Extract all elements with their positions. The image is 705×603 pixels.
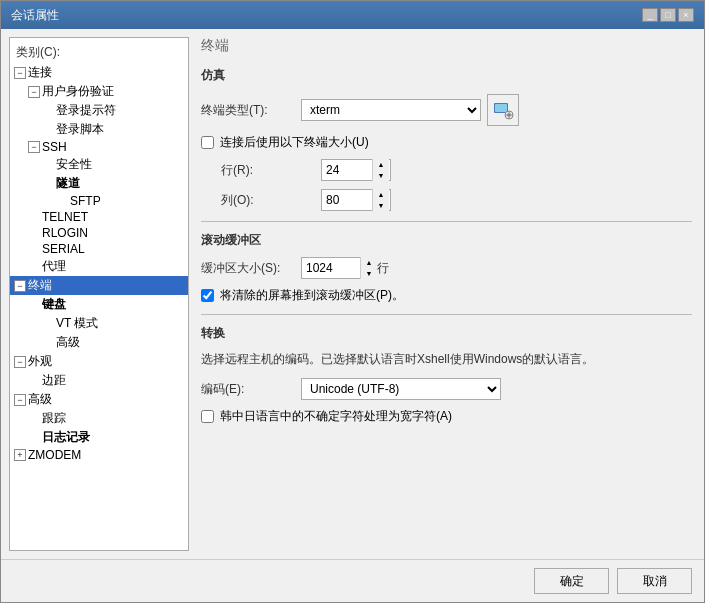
dialog-footer: 确定 取消 xyxy=(1,559,704,602)
maximize-button[interactable]: □ xyxy=(660,8,676,22)
tree-label-login-prompt: 登录提示符 xyxy=(56,102,116,119)
scroll-down-button[interactable]: ▼ xyxy=(361,268,377,279)
connect-size-label[interactable]: 连接后使用以下终端大小(U) xyxy=(220,134,369,151)
tree-item-border[interactable]: 边距 xyxy=(10,371,188,390)
tree-item-ssh[interactable]: −SSH xyxy=(10,139,188,155)
tree-label-serial: SERIAL xyxy=(42,242,85,256)
encoding-row: 编码(E): Unicode (UTF-8)UTF-8GB2312GBKBig5 xyxy=(201,378,692,400)
terminal-type-label: 终端类型(T): xyxy=(201,102,301,119)
tree-item-keyboard[interactable]: 键盘 xyxy=(10,295,188,314)
rows-row: 行(R): ▲ ▼ xyxy=(201,159,692,181)
tree-label-advanced: 高级 xyxy=(56,334,80,351)
tree-label-login-script: 登录脚本 xyxy=(56,121,104,138)
tree-item-login-prompt[interactable]: 登录提示符 xyxy=(10,101,188,120)
terminal-type-row: 终端类型(T): xtermvt100vt220ansilinuxxterm-2… xyxy=(201,94,692,126)
rows-label: 行(R): xyxy=(201,162,321,179)
tree-item-serial[interactable]: SERIAL xyxy=(10,241,188,257)
tree-item-tracking[interactable]: 跟踪 xyxy=(10,409,188,428)
cols-arrows: ▲ ▼ xyxy=(372,189,389,211)
expand-icon-appearance[interactable]: − xyxy=(14,356,26,368)
dialog-body: 类别(C): −连接−用户身份验证登录提示符登录脚本−SSH安全性隧道SFTPT… xyxy=(1,29,704,559)
tree-label-vt-mode: VT 模式 xyxy=(56,315,98,332)
tree-item-appearance[interactable]: −外观 xyxy=(10,352,188,371)
cols-row: 列(O): ▲ ▼ xyxy=(201,189,692,211)
expand-icon-zmodem[interactable]: + xyxy=(14,449,26,461)
rows-arrows: ▲ ▼ xyxy=(372,159,389,181)
tree-label-terminal: 终端 xyxy=(28,277,52,294)
tree-item-login-script[interactable]: 登录脚本 xyxy=(10,120,188,139)
tree-item-vt-mode[interactable]: VT 模式 xyxy=(10,314,188,333)
close-button[interactable]: × xyxy=(678,8,694,22)
scroll-size-unit: 行 xyxy=(377,260,389,277)
scroll-clear-label[interactable]: 将清除的屏幕推到滚动缓冲区(P)。 xyxy=(220,287,404,304)
tree-item-advanced2[interactable]: −高级 xyxy=(10,390,188,409)
tree-label-proxy: 代理 xyxy=(42,258,66,275)
tree-item-advanced[interactable]: 高级 xyxy=(10,333,188,352)
tree-label-border: 边距 xyxy=(42,372,66,389)
tree-item-proxy[interactable]: 代理 xyxy=(10,257,188,276)
cols-label: 列(O): xyxy=(201,192,321,209)
encoding-description: 选择远程主机的编码。已选择默认语言时Xshell使用Windows的默认语言。 xyxy=(201,350,692,368)
scroll-group-label: 滚动缓冲区 xyxy=(201,232,692,249)
expand-icon-terminal[interactable]: − xyxy=(14,280,26,292)
section-subtitle: 仿真 xyxy=(201,67,692,84)
encoding-label: 编码(E): xyxy=(201,381,301,398)
ok-button[interactable]: 确定 xyxy=(534,568,609,594)
terminal-config-icon[interactable] xyxy=(487,94,519,126)
tree-item-terminal[interactable]: −终端 xyxy=(10,276,188,295)
tree-label-tunnel: 隧道 xyxy=(56,175,80,192)
scroll-up-button[interactable]: ▲ xyxy=(361,257,377,268)
dialog-title: 会话属性 xyxy=(11,7,59,24)
wide-char-checkbox[interactable] xyxy=(201,410,214,423)
title-bar: 会话属性 _ □ × xyxy=(1,1,704,29)
expand-icon-auth[interactable]: − xyxy=(28,86,40,98)
cols-up-button[interactable]: ▲ xyxy=(373,189,389,200)
scroll-size-spinbox: ▲ ▼ xyxy=(301,257,371,279)
tree-item-auth[interactable]: −用户身份验证 xyxy=(10,82,188,101)
scroll-size-arrows: ▲ ▼ xyxy=(360,257,377,279)
rows-spinbox: ▲ ▼ xyxy=(321,159,391,181)
svg-point-3 xyxy=(507,113,511,117)
connect-size-checkbox[interactable] xyxy=(201,136,214,149)
tree-label-connection: 连接 xyxy=(28,64,52,81)
scroll-clear-checkbox[interactable] xyxy=(201,289,214,302)
tree-label-advanced2: 高级 xyxy=(28,391,52,408)
rows-down-button[interactable]: ▼ xyxy=(373,170,389,181)
cols-input[interactable] xyxy=(322,190,372,210)
tree-item-connection[interactable]: −连接 xyxy=(10,63,188,82)
tree-item-log[interactable]: 日志记录 xyxy=(10,428,188,447)
tree-label-sftp: SFTP xyxy=(70,194,101,208)
encoding-group-label: 转换 xyxy=(201,325,692,342)
minimize-button[interactable]: _ xyxy=(642,8,658,22)
tree-label-tracking: 跟踪 xyxy=(42,410,66,427)
divider2 xyxy=(201,314,692,315)
tree-label-auth: 用户身份验证 xyxy=(42,83,114,100)
cancel-button[interactable]: 取消 xyxy=(617,568,692,594)
terminal-type-select[interactable]: xtermvt100vt220ansilinuxxterm-256color xyxy=(301,99,481,121)
encoding-select[interactable]: Unicode (UTF-8)UTF-8GB2312GBKBig5 xyxy=(301,378,501,400)
expand-icon-connection[interactable]: − xyxy=(14,67,26,79)
tree-item-security[interactable]: 安全性 xyxy=(10,155,188,174)
rows-input[interactable] xyxy=(322,160,372,180)
tree-item-rlogin[interactable]: RLOGIN xyxy=(10,225,188,241)
scroll-size-input[interactable] xyxy=(302,258,360,278)
rows-up-button[interactable]: ▲ xyxy=(373,159,389,170)
tree-item-tunnel[interactable]: 隧道 xyxy=(10,174,188,193)
content-panel: 终端 仿真 终端类型(T): xtermvt100vt220ansilinuxx… xyxy=(189,29,704,559)
tree-item-telnet[interactable]: TELNET xyxy=(10,209,188,225)
cols-down-button[interactable]: ▼ xyxy=(373,200,389,211)
tree-label-telnet: TELNET xyxy=(42,210,88,224)
expand-icon-ssh[interactable]: − xyxy=(28,141,40,153)
title-buttons: _ □ × xyxy=(642,8,694,22)
wide-char-row: 韩中日语言中的不确定字符处理为宽字符(A) xyxy=(201,408,692,425)
svg-rect-1 xyxy=(495,104,507,112)
tree-container: −连接−用户身份验证登录提示符登录脚本−SSH安全性隧道SFTPTELNETRL… xyxy=(10,63,188,463)
tree-label-ssh: SSH xyxy=(42,140,67,154)
wide-char-label[interactable]: 韩中日语言中的不确定字符处理为宽字符(A) xyxy=(220,408,452,425)
tree-item-zmodem[interactable]: +ZMODEM xyxy=(10,447,188,463)
category-tree-panel: 类别(C): −连接−用户身份验证登录提示符登录脚本−SSH安全性隧道SFTPT… xyxy=(9,37,189,551)
scroll-clear-row: 将清除的屏幕推到滚动缓冲区(P)。 xyxy=(201,287,692,304)
tree-item-sftp[interactable]: SFTP xyxy=(10,193,188,209)
category-header: 类别(C): xyxy=(10,42,188,63)
expand-icon-advanced2[interactable]: − xyxy=(14,394,26,406)
